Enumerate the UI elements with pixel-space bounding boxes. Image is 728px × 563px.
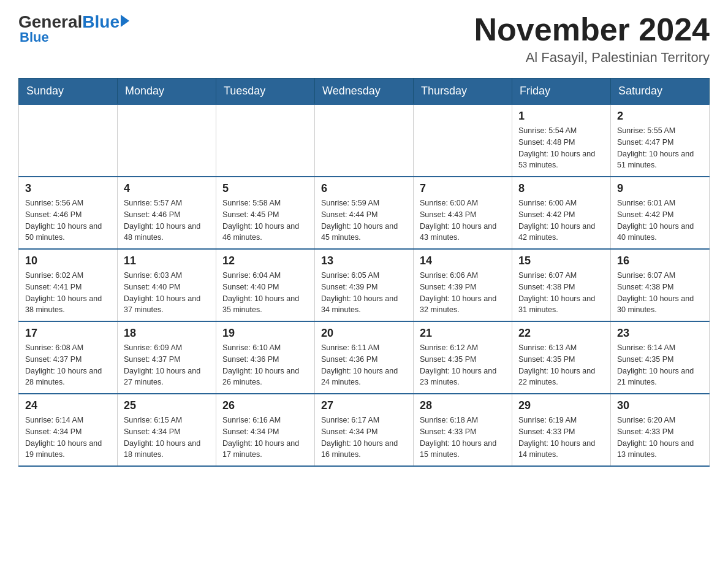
calendar-cell: 15Sunrise: 6:07 AMSunset: 4:38 PMDayligh… — [512, 249, 611, 321]
calendar-cell: 20Sunrise: 6:11 AMSunset: 4:36 PMDayligh… — [315, 321, 414, 394]
calendar-cell — [216, 104, 315, 177]
day-info: Sunrise: 5:55 AMSunset: 4:47 PMDaylight:… — [617, 125, 703, 171]
weekday-header-sunday: Sunday — [19, 79, 118, 105]
day-info: Sunrise: 6:11 AMSunset: 4:36 PMDaylight:… — [321, 342, 407, 388]
calendar-cell: 30Sunrise: 6:20 AMSunset: 4:33 PMDayligh… — [611, 394, 710, 466]
day-number: 8 — [518, 182, 604, 195]
day-number: 25 — [124, 399, 210, 412]
day-info: Sunrise: 6:19 AMSunset: 4:33 PMDaylight:… — [518, 415, 604, 461]
calendar-cell: 21Sunrise: 6:12 AMSunset: 4:35 PMDayligh… — [414, 321, 512, 394]
calendar-table: SundayMondayTuesdayWednesdayThursdayFrid… — [18, 78, 710, 467]
day-info: Sunrise: 6:07 AMSunset: 4:38 PMDaylight:… — [617, 270, 703, 316]
calendar-week-row: 24Sunrise: 6:14 AMSunset: 4:34 PMDayligh… — [19, 394, 710, 466]
day-info: Sunrise: 6:02 AMSunset: 4:41 PMDaylight:… — [25, 270, 111, 316]
day-number: 19 — [222, 327, 308, 340]
day-info: Sunrise: 6:12 AMSunset: 4:35 PMDaylight:… — [420, 342, 506, 388]
calendar-cell: 11Sunrise: 6:03 AMSunset: 4:40 PMDayligh… — [118, 249, 216, 321]
day-number: 18 — [124, 327, 210, 340]
weekday-header-friday: Friday — [512, 79, 611, 105]
day-number: 16 — [617, 255, 703, 267]
weekday-header-tuesday: Tuesday — [216, 79, 315, 105]
day-number: 11 — [124, 255, 210, 267]
day-number: 9 — [617, 182, 703, 195]
day-number: 30 — [617, 399, 703, 412]
calendar-cell: 29Sunrise: 6:19 AMSunset: 4:33 PMDayligh… — [512, 394, 611, 466]
day-info: Sunrise: 6:06 AMSunset: 4:39 PMDaylight:… — [420, 270, 506, 316]
logo-subtitle: Blue — [20, 29, 49, 45]
calendar-cell: 26Sunrise: 6:16 AMSunset: 4:34 PMDayligh… — [216, 394, 315, 466]
calendar-cell: 14Sunrise: 6:06 AMSunset: 4:39 PMDayligh… — [414, 249, 512, 321]
day-number: 15 — [518, 255, 604, 267]
calendar-cell: 27Sunrise: 6:17 AMSunset: 4:34 PMDayligh… — [315, 394, 414, 466]
day-number: 1 — [518, 110, 604, 123]
day-number: 10 — [25, 255, 111, 267]
day-number: 27 — [321, 399, 407, 412]
calendar-week-row: 1Sunrise: 5:54 AMSunset: 4:48 PMDaylight… — [19, 104, 710, 177]
day-number: 6 — [321, 182, 407, 195]
day-info: Sunrise: 6:10 AMSunset: 4:36 PMDaylight:… — [222, 342, 308, 388]
month-title: November 2024 — [474, 12, 710, 47]
day-number: 13 — [321, 255, 407, 267]
day-info: Sunrise: 6:15 AMSunset: 4:34 PMDaylight:… — [124, 415, 210, 461]
logo: General Blue Blue — [18, 12, 129, 45]
weekday-header-thursday: Thursday — [414, 79, 512, 105]
day-number: 2 — [617, 110, 703, 123]
day-number: 12 — [222, 255, 308, 267]
calendar-cell: 24Sunrise: 6:14 AMSunset: 4:34 PMDayligh… — [19, 394, 118, 466]
logo-triangle-icon — [121, 15, 129, 27]
weekday-header-monday: Monday — [118, 79, 216, 105]
calendar-cell: 23Sunrise: 6:14 AMSunset: 4:35 PMDayligh… — [611, 321, 710, 394]
day-number: 21 — [420, 327, 506, 340]
location-title: Al Fasayil, Palestinian Territory — [474, 50, 710, 66]
day-info: Sunrise: 5:54 AMSunset: 4:48 PMDaylight:… — [518, 125, 604, 171]
calendar-cell: 13Sunrise: 6:05 AMSunset: 4:39 PMDayligh… — [315, 249, 414, 321]
calendar-cell: 12Sunrise: 6:04 AMSunset: 4:40 PMDayligh… — [216, 249, 315, 321]
day-info: Sunrise: 5:58 AMSunset: 4:45 PMDaylight:… — [222, 197, 308, 243]
calendar-cell: 6Sunrise: 5:59 AMSunset: 4:44 PMDaylight… — [315, 177, 414, 249]
calendar-cell: 2Sunrise: 5:55 AMSunset: 4:47 PMDaylight… — [611, 104, 710, 177]
day-info: Sunrise: 6:07 AMSunset: 4:38 PMDaylight:… — [518, 270, 604, 316]
day-info: Sunrise: 6:00 AMSunset: 4:43 PMDaylight:… — [420, 197, 506, 243]
day-info: Sunrise: 6:14 AMSunset: 4:35 PMDaylight:… — [617, 342, 703, 388]
day-number: 5 — [222, 182, 308, 195]
calendar-cell: 28Sunrise: 6:18 AMSunset: 4:33 PMDayligh… — [414, 394, 512, 466]
day-info: Sunrise: 5:56 AMSunset: 4:46 PMDaylight:… — [25, 197, 111, 243]
calendar-week-row: 17Sunrise: 6:08 AMSunset: 4:37 PMDayligh… — [19, 321, 710, 394]
logo-blue-text: Blue — [82, 12, 119, 32]
calendar-cell — [414, 104, 512, 177]
calendar-cell: 22Sunrise: 6:13 AMSunset: 4:35 PMDayligh… — [512, 321, 611, 394]
day-info: Sunrise: 6:16 AMSunset: 4:34 PMDaylight:… — [222, 415, 308, 461]
day-info: Sunrise: 6:00 AMSunset: 4:42 PMDaylight:… — [518, 197, 604, 243]
calendar-cell: 5Sunrise: 5:58 AMSunset: 4:45 PMDaylight… — [216, 177, 315, 249]
calendar-week-row: 3Sunrise: 5:56 AMSunset: 4:46 PMDaylight… — [19, 177, 710, 249]
calendar-cell: 7Sunrise: 6:00 AMSunset: 4:43 PMDaylight… — [414, 177, 512, 249]
day-info: Sunrise: 6:13 AMSunset: 4:35 PMDaylight:… — [518, 342, 604, 388]
calendar-cell: 10Sunrise: 6:02 AMSunset: 4:41 PMDayligh… — [19, 249, 118, 321]
day-number: 14 — [420, 255, 506, 267]
day-info: Sunrise: 6:05 AMSunset: 4:39 PMDaylight:… — [321, 270, 407, 316]
day-number: 22 — [518, 327, 604, 340]
day-info: Sunrise: 6:04 AMSunset: 4:40 PMDaylight:… — [222, 270, 308, 316]
day-number: 4 — [124, 182, 210, 195]
title-area: November 2024 Al Fasayil, Palestinian Te… — [474, 12, 710, 66]
day-info: Sunrise: 6:20 AMSunset: 4:33 PMDaylight:… — [617, 415, 703, 461]
day-info: Sunrise: 5:57 AMSunset: 4:46 PMDaylight:… — [124, 197, 210, 243]
day-info: Sunrise: 6:14 AMSunset: 4:34 PMDaylight:… — [25, 415, 111, 461]
day-info: Sunrise: 6:18 AMSunset: 4:33 PMDaylight:… — [420, 415, 506, 461]
day-info: Sunrise: 6:03 AMSunset: 4:40 PMDaylight:… — [124, 270, 210, 316]
day-number: 24 — [25, 399, 111, 412]
day-info: Sunrise: 5:59 AMSunset: 4:44 PMDaylight:… — [321, 197, 407, 243]
calendar-cell: 18Sunrise: 6:09 AMSunset: 4:37 PMDayligh… — [118, 321, 216, 394]
calendar-cell — [19, 104, 118, 177]
calendar-cell: 8Sunrise: 6:00 AMSunset: 4:42 PMDaylight… — [512, 177, 611, 249]
calendar-cell: 9Sunrise: 6:01 AMSunset: 4:42 PMDaylight… — [611, 177, 710, 249]
calendar-cell: 25Sunrise: 6:15 AMSunset: 4:34 PMDayligh… — [118, 394, 216, 466]
day-number: 23 — [617, 327, 703, 340]
day-info: Sunrise: 6:01 AMSunset: 4:42 PMDaylight:… — [617, 197, 703, 243]
calendar-week-row: 10Sunrise: 6:02 AMSunset: 4:41 PMDayligh… — [19, 249, 710, 321]
day-number: 29 — [518, 399, 604, 412]
calendar-cell: 16Sunrise: 6:07 AMSunset: 4:38 PMDayligh… — [611, 249, 710, 321]
calendar-cell: 4Sunrise: 5:57 AMSunset: 4:46 PMDaylight… — [118, 177, 216, 249]
day-number: 28 — [420, 399, 506, 412]
weekday-header-wednesday: Wednesday — [315, 79, 414, 105]
